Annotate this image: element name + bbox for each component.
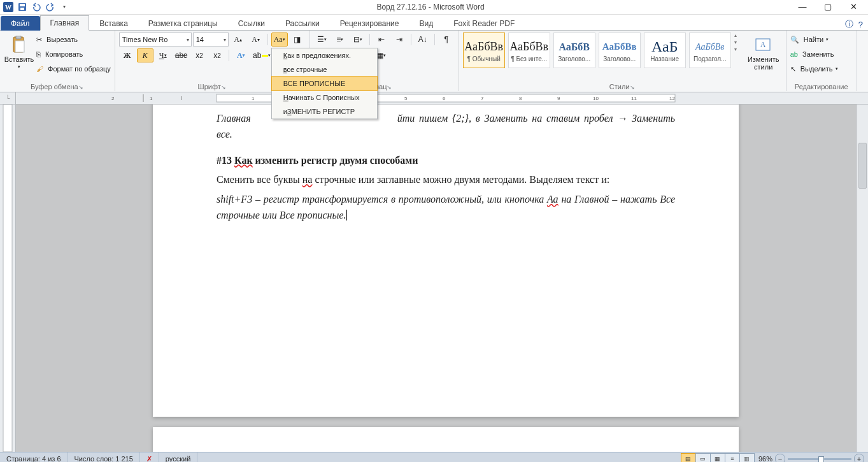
word-icon[interactable]: W (2, 1, 15, 13)
font-launcher-icon[interactable]: ↘ (221, 84, 226, 90)
clipboard-launcher-icon[interactable]: ↘ (78, 84, 83, 90)
undo-icon[interactable] (30, 1, 43, 13)
indent-button[interactable]: ⇥ (391, 32, 408, 47)
view-web[interactable]: ▦ (710, 453, 725, 462)
copy-button[interactable]: ⎘ Копировать (36, 47, 111, 61)
zoom-slider[interactable] (788, 458, 851, 460)
tab-foxit[interactable]: Foxit Reader PDF (443, 16, 525, 31)
status-word-count[interactable]: Число слов: 1 215 (68, 452, 140, 462)
status-proofing[interactable]: ✗ (140, 452, 159, 462)
underline-button[interactable]: Ч▾ (155, 48, 171, 62)
status-language[interactable]: русский (159, 452, 197, 462)
maximize-button[interactable]: ▢ (816, 1, 840, 13)
subscript-button[interactable]: x2 (191, 48, 208, 62)
styles-row-down-icon[interactable]: ▾ (734, 40, 743, 45)
ribbon-minimize-icon[interactable]: ⓘ (845, 18, 853, 30)
view-draft[interactable]: ▥ (739, 453, 755, 462)
paste-icon (9, 35, 29, 55)
view-full-screen[interactable]: ▭ (695, 453, 711, 462)
svg-rect-6 (16, 36, 21, 39)
group-clipboard: Вставить ▾ ✂ Вырезать ⎘ Копировать 🖌 Фор… (0, 31, 115, 91)
format-painter-button[interactable]: 🖌 Формат по образцу (36, 62, 111, 76)
zoom-slider-thumb[interactable] (818, 456, 824, 463)
styles-launcher-icon[interactable]: ↘ (630, 84, 635, 90)
show-hide-button[interactable]: ¶ (438, 32, 455, 47)
strike-button[interactable]: abc (173, 48, 190, 62)
tab-mailings[interactable]: Рассылки (275, 16, 330, 31)
select-button[interactable]: ↖ Выделить▾ (790, 62, 853, 76)
scrollbar-thumb[interactable] (858, 143, 867, 189)
style-normal[interactable]: АаБбВв¶ Обычный (463, 32, 505, 68)
zoom-control: 96% − + (755, 454, 868, 462)
qat-customize-icon[interactable]: ▾ (58, 1, 71, 13)
sort-button[interactable]: A↓ (415, 32, 431, 47)
svg-text:6: 6 (443, 96, 446, 101)
zoom-in-button[interactable]: + (854, 454, 864, 462)
cursor-icon: ↖ (790, 65, 796, 73)
redo-icon[interactable] (44, 1, 57, 13)
outdent-button[interactable]: ⇤ (373, 32, 390, 47)
style-heading2[interactable]: АаБбВвЗаголово... (599, 32, 641, 68)
style-subtitle[interactable]: АаБбВвПодзагол... (689, 32, 731, 68)
change-styles-button[interactable]: A Изменить стили (745, 32, 782, 82)
styles-row-up-icon[interactable]: ▴ (734, 32, 743, 38)
horizontal-ruler[interactable]: └ 21 123 456 789 101112 (0, 92, 868, 105)
cut-button[interactable]: ✂ Вырезать (36, 32, 111, 47)
font-name-select[interactable]: Times New Ro (119, 32, 192, 47)
tab-review[interactable]: Рецензирование (330, 16, 409, 31)
grow-font-button[interactable]: A▴ (230, 32, 246, 47)
tab-home[interactable]: Главная (40, 15, 90, 31)
view-outline[interactable]: ≡ (725, 453, 740, 462)
bullets-button[interactable]: ☰▾ (314, 32, 331, 47)
view-print-layout[interactable]: ▤ (681, 453, 696, 462)
change-case-button[interactable]: Aa▾ (271, 32, 288, 47)
save-icon[interactable] (16, 1, 29, 13)
tab-selector[interactable]: └ (0, 92, 16, 104)
tab-file[interactable]: Файл (1, 16, 40, 31)
superscript-button[interactable]: x2 (209, 48, 225, 62)
clear-formatting-button[interactable]: ◨ (289, 32, 306, 47)
help-icon[interactable]: ? (858, 20, 863, 29)
case-toggle-item[interactable]: иЗМЕНИТЬ РЕГИСТР (272, 105, 377, 119)
zoom-out-button[interactable]: − (775, 454, 785, 462)
style-no-spacing[interactable]: АаБбВв¶ Без инте... (508, 32, 550, 68)
case-upper-item[interactable]: ВСЕ ПРОПИСНЫЕ (271, 76, 378, 91)
italic-button[interactable]: К (137, 48, 153, 62)
bold-button[interactable]: Ж (119, 48, 136, 62)
font-size-select[interactable]: 14 (193, 32, 229, 47)
find-button[interactable]: 🔍 Найти▾ (790, 32, 853, 47)
page-content[interactable]: Главнаяйти пишем {2;}, в Заменить на ста… (153, 105, 739, 417)
vertical-ruler[interactable] (0, 105, 16, 452)
vertical-scrollbar[interactable] (857, 105, 868, 452)
case-sentence-item[interactable]: Как в предложениях. (272, 48, 377, 62)
tab-view[interactable]: Вид (409, 16, 443, 31)
minimize-button[interactable]: — (790, 1, 815, 13)
status-page[interactable]: Страница: 4 из 6 (0, 452, 68, 462)
paste-button[interactable]: Вставить ▾ (4, 32, 34, 82)
paragraph-launcher-icon[interactable]: ↘ (387, 84, 392, 90)
replace-button[interactable]: ab Заменить (790, 47, 853, 61)
multilevel-button[interactable]: ⊟▾ (350, 32, 366, 47)
shrink-font-button[interactable]: A▾ (248, 32, 264, 47)
page-content-next[interactable]: Особенно полезно это знать, когда не зам… (153, 427, 739, 452)
close-button[interactable]: ✕ (841, 1, 865, 13)
styles-more-icon[interactable]: ▾ (734, 47, 743, 52)
text-cursor (346, 210, 347, 220)
style-title[interactable]: АаБНазвание (644, 32, 686, 68)
text-effects-button[interactable]: A▾ (232, 48, 249, 62)
change-styles-icon: A (753, 35, 774, 55)
highlight-button[interactable]: ab▾ (250, 48, 273, 62)
tab-insert[interactable]: Вставка (89, 16, 138, 31)
tab-page-layout[interactable]: Разметка страницы (138, 16, 228, 31)
document-canvas[interactable]: Главнаяйти пишем {2;}, в Заменить на ста… (16, 105, 868, 452)
change-case-menu: Как в предложениях. все строчные ВСЕ ПРО… (271, 48, 378, 119)
zoom-level[interactable]: 96% (758, 455, 772, 462)
tab-references[interactable]: Ссылки (228, 16, 275, 31)
group-styles: АаБбВв¶ Обычный АаБбВв¶ Без инте... АаБб… (459, 31, 786, 91)
numbering-button[interactable]: ≡▾ (332, 32, 348, 47)
replace-icon: ab (790, 50, 798, 58)
svg-text:11: 11 (631, 96, 637, 101)
case-lower-item[interactable]: все строчные (272, 62, 377, 76)
style-heading1[interactable]: АаБбВЗаголово... (553, 32, 595, 68)
case-capitalize-item[interactable]: Начинать С Прописных (272, 90, 377, 105)
